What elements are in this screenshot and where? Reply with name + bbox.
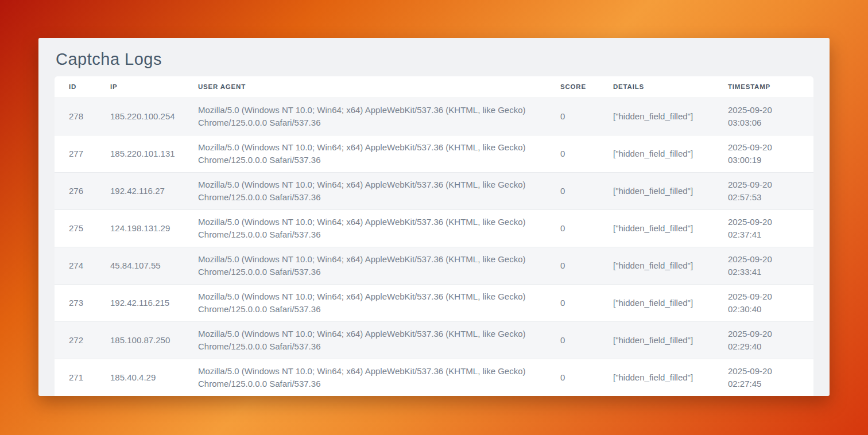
cell-ip: 185.100.87.250 xyxy=(96,321,184,359)
table-row: 275 124.198.131.29 Mozilla/5.0 (Windows … xyxy=(55,209,813,247)
cell-ip: 192.42.116.215 xyxy=(96,284,184,321)
table-row: 278 185.220.100.254 Mozilla/5.0 (Windows… xyxy=(55,98,813,135)
table-row: 272 185.100.87.250 Mozilla/5.0 (Windows … xyxy=(55,321,813,359)
cell-score: 0 xyxy=(546,359,599,396)
cell-user-agent: Mozilla/5.0 (Windows NT 10.0; Win64; x64… xyxy=(184,135,546,172)
cell-user-agent: Mozilla/5.0 (Windows NT 10.0; Win64; x64… xyxy=(184,209,546,247)
column-header-score: SCORE xyxy=(546,76,599,98)
cell-timestamp: 2025-09-20 02:27:45 xyxy=(714,359,813,396)
column-header-ip: IP xyxy=(96,76,184,98)
cell-ip: 124.198.131.29 xyxy=(96,209,184,247)
cell-timestamp: 2025-09-20 02:29:40 xyxy=(714,321,813,359)
cell-id: 276 xyxy=(55,172,96,209)
cell-user-agent: Mozilla/5.0 (Windows NT 10.0; Win64; x64… xyxy=(184,247,546,284)
cell-details: ["hidden_field_filled"] xyxy=(599,247,714,284)
cell-details: ["hidden_field_filled"] xyxy=(599,284,714,321)
table-row: 276 192.42.116.27 Mozilla/5.0 (Windows N… xyxy=(55,172,813,209)
cell-id: 278 xyxy=(55,98,96,135)
table-row: 273 192.42.116.215 Mozilla/5.0 (Windows … xyxy=(55,284,813,321)
cell-timestamp: 2025-09-20 02:57:53 xyxy=(714,172,813,209)
cell-ip: 185.220.100.254 xyxy=(96,98,184,135)
cell-score: 0 xyxy=(546,321,599,359)
column-header-details: DETAILS xyxy=(599,76,714,98)
cell-timestamp: 2025-09-20 02:33:41 xyxy=(714,247,813,284)
table-row: 271 185.40.4.29 Mozilla/5.0 (Windows NT … xyxy=(55,359,813,396)
cell-ip: 185.40.4.29 xyxy=(96,359,184,396)
cell-timestamp: 2025-09-20 03:00:19 xyxy=(714,135,813,172)
cell-ip: 45.84.107.55 xyxy=(96,247,184,284)
cell-user-agent: Mozilla/5.0 (Windows NT 10.0; Win64; x64… xyxy=(184,172,546,209)
captcha-logs-card: Captcha Logs ID IP USER AGENT SCORE DETA… xyxy=(38,38,830,396)
cell-user-agent: Mozilla/5.0 (Windows NT 10.0; Win64; x64… xyxy=(184,359,546,396)
cell-id: 277 xyxy=(55,135,96,172)
cell-ip: 185.220.101.131 xyxy=(96,135,184,172)
cell-details: ["hidden_field_filled"] xyxy=(599,359,714,396)
cell-score: 0 xyxy=(546,247,599,284)
cell-score: 0 xyxy=(546,98,599,135)
logs-table-container: ID IP USER AGENT SCORE DETAILS TIMESTAMP… xyxy=(55,76,813,396)
cell-details: ["hidden_field_filled"] xyxy=(599,135,714,172)
cell-id: 272 xyxy=(55,321,96,359)
cell-user-agent: Mozilla/5.0 (Windows NT 10.0; Win64; x64… xyxy=(184,321,546,359)
table-row: 274 45.84.107.55 Mozilla/5.0 (Windows NT… xyxy=(55,247,813,284)
page-title: Captcha Logs xyxy=(56,51,812,68)
column-header-user-agent: USER AGENT xyxy=(184,76,546,98)
cell-timestamp: 2025-09-20 02:30:40 xyxy=(714,284,813,321)
cell-timestamp: 2025-09-20 03:03:06 xyxy=(714,98,813,135)
cell-id: 275 xyxy=(55,209,96,247)
column-header-timestamp: TIMESTAMP xyxy=(714,76,813,98)
table-header: ID IP USER AGENT SCORE DETAILS TIMESTAMP xyxy=(55,76,813,98)
cell-score: 0 xyxy=(546,284,599,321)
cell-ip: 192.42.116.27 xyxy=(96,172,184,209)
cell-score: 0 xyxy=(546,172,599,209)
table-body: 278 185.220.100.254 Mozilla/5.0 (Windows… xyxy=(55,98,813,396)
cell-details: ["hidden_field_filled"] xyxy=(599,209,714,247)
logs-table: ID IP USER AGENT SCORE DETAILS TIMESTAMP… xyxy=(55,76,813,396)
cell-id: 271 xyxy=(55,359,96,396)
cell-id: 273 xyxy=(55,284,96,321)
cell-details: ["hidden_field_filled"] xyxy=(599,98,714,135)
cell-details: ["hidden_field_filled"] xyxy=(599,321,714,359)
cell-score: 0 xyxy=(546,209,599,247)
cell-details: ["hidden_field_filled"] xyxy=(599,172,714,209)
column-header-id: ID xyxy=(55,76,96,98)
cell-timestamp: 2025-09-20 02:37:41 xyxy=(714,209,813,247)
cell-id: 274 xyxy=(55,247,96,284)
cell-score: 0 xyxy=(546,135,599,172)
table-row: 277 185.220.101.131 Mozilla/5.0 (Windows… xyxy=(55,135,813,172)
cell-user-agent: Mozilla/5.0 (Windows NT 10.0; Win64; x64… xyxy=(184,284,546,321)
cell-user-agent: Mozilla/5.0 (Windows NT 10.0; Win64; x64… xyxy=(184,98,546,135)
